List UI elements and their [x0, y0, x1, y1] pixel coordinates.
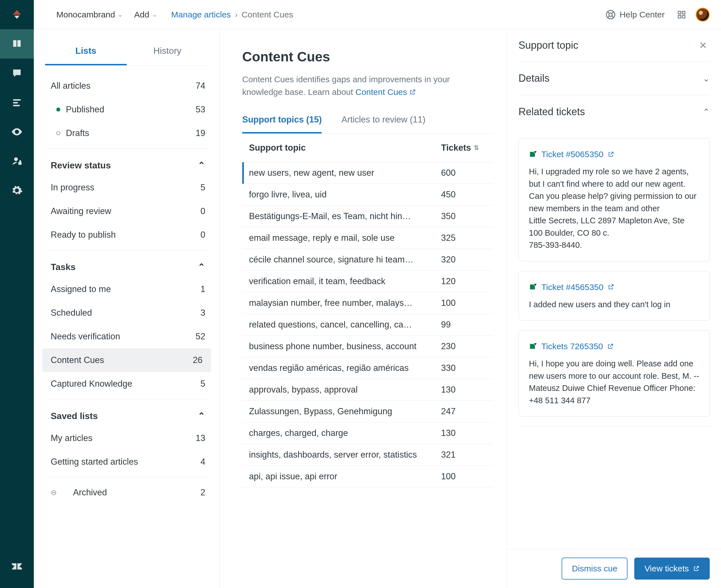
view-tickets-button[interactable]: View tickets — [634, 558, 710, 580]
sidebar-tab-lists[interactable]: Lists — [45, 41, 127, 65]
sidebar-item-count: 1 — [200, 284, 205, 294]
ticket-card: Tickets 7265350 Hi, I hope you are doing… — [518, 330, 710, 417]
archived-icon: ⊖ — [51, 488, 57, 497]
sidebar-awaiting[interactable]: Awaiting review 0 — [34, 200, 219, 223]
ticket-link[interactable]: Ticket #4565350 — [529, 281, 699, 293]
sidebar-item-count: 13 — [196, 433, 205, 443]
rail-user-lock-icon[interactable] — [0, 146, 34, 176]
cell-tickets: 321 — [441, 450, 486, 460]
svg-rect-12 — [682, 15, 685, 18]
cell-topic: Bestätigungs-E-Mail, es Team, nicht hin… — [249, 211, 441, 221]
dismiss-cue-button[interactable]: Dismiss cue — [561, 558, 628, 580]
close-icon[interactable]: ✕ — [699, 40, 707, 51]
table-row[interactable]: business phone number, business, account… — [242, 336, 493, 357]
col-header-tickets[interactable]: Tickets ⇅ — [441, 143, 486, 153]
sidebar-content-cues[interactable]: Content Cues 26 — [42, 348, 211, 372]
cell-tickets: 99 — [441, 320, 486, 330]
table-row[interactable]: charges, charged, charge130 — [242, 422, 493, 444]
table-row[interactable]: Bestätigungs-E-Mail, es Team, nicht hin…… — [242, 206, 493, 227]
sidebar-my-articles[interactable]: My articles 13 — [34, 426, 219, 450]
detail-panel: Support topic ✕ Details ⌄ Related ticket… — [507, 29, 721, 588]
table-row[interactable]: vendas região américas, região américas3… — [242, 357, 493, 379]
sidebar-ready[interactable]: Ready to publish 0 — [34, 223, 219, 247]
svg-point-8 — [609, 13, 612, 16]
rail-settings-icon[interactable] — [0, 176, 34, 205]
rail-arrange-icon[interactable] — [0, 88, 34, 117]
sidebar-scheduled[interactable]: Scheduled 3 — [34, 301, 219, 325]
table-row[interactable]: related questions, cancel, cancelling, c… — [242, 314, 493, 336]
section-label: Review status — [51, 160, 111, 171]
sidebar-getting-started[interactable]: Getting started articles 4 — [34, 450, 219, 474]
help-center-label: Help Center — [620, 10, 665, 19]
sidebar-item-count: 5 — [200, 183, 205, 193]
workspace-dropdown[interactable]: Monocambrand ⌄ — [56, 10, 123, 19]
rail-announce-icon[interactable] — [0, 59, 34, 88]
chevron-up-icon: ⌃ — [703, 107, 710, 117]
ticket-link[interactable]: Ticket #5065350 — [529, 148, 699, 161]
sidebar-item-label: Ready to publish — [51, 230, 116, 240]
main-tabs: Support topics (15) Articles to review (… — [242, 109, 493, 134]
table-row[interactable]: new users, new agent, new user600 — [242, 162, 493, 184]
sidebar-published[interactable]: Published 53 — [34, 98, 219, 121]
sidebar-tab-history[interactable]: History — [127, 41, 208, 65]
table-row[interactable]: verification email, it team, feedback120 — [242, 271, 493, 292]
svg-rect-11 — [678, 15, 681, 18]
main-content: Content Cues Content Cues identifies gap… — [220, 29, 507, 588]
sidebar-section-tasks[interactable]: Tasks ⌃ — [34, 254, 219, 277]
section-label: Tasks — [51, 262, 76, 272]
table-row[interactable]: Zulassungen, Bypass, Genehmigung247 — [242, 401, 493, 422]
sidebar-assigned[interactable]: Assigned to me 1 — [34, 277, 219, 301]
accordion-related[interactable]: Related tickets ⌃ — [518, 95, 710, 128]
brand-logo[interactable] — [0, 0, 34, 29]
cell-tickets: 247 — [441, 406, 486, 417]
help-center-link[interactable]: Help Center — [606, 9, 665, 20]
detail-title: Support topic — [518, 39, 578, 51]
svg-rect-3 — [13, 102, 18, 103]
svg-rect-1 — [16, 74, 17, 75]
ticket-link[interactable]: Tickets 7265350 — [529, 340, 699, 353]
cell-topic: vendas região américas, região américas — [249, 363, 441, 373]
rail-knowledge-icon[interactable] — [0, 29, 34, 59]
add-dropdown[interactable]: Add ⌄ — [134, 10, 157, 19]
user-avatar[interactable] — [696, 7, 710, 22]
ticket-icon — [529, 342, 537, 351]
table-row[interactable]: approvals, bypass, approval130 — [242, 379, 493, 401]
sidebar-item-label: Drafts — [66, 128, 89, 138]
sidebar-section-saved[interactable]: Saved lists ⌃ — [34, 403, 219, 426]
table-row[interactable]: malaysian number, free number, malays…10… — [242, 292, 493, 314]
status-dot-hollow — [56, 131, 60, 135]
ticket-body: Hi, I hope you are doing well. Please ad… — [529, 358, 699, 407]
sidebar-captured[interactable]: Captured Knowledge 5 — [34, 372, 219, 396]
table-row[interactable]: api, api issue, api error100 — [242, 466, 493, 487]
sidebar-archived[interactable]: ⊖ Archived 2 — [34, 481, 219, 504]
accordion-details[interactable]: Details ⌄ — [518, 62, 710, 95]
content-cues-doc-link[interactable]: Content Cues — [356, 86, 416, 98]
sidebar-tabs: Lists History — [45, 41, 208, 66]
tab-support-topics[interactable]: Support topics (15) — [242, 109, 322, 133]
cell-tickets: 130 — [441, 428, 486, 438]
sidebar-all-articles[interactable]: All articles 74 — [34, 74, 219, 98]
sidebar-item-label: Scheduled — [51, 308, 92, 318]
lifesaver-icon — [606, 9, 616, 20]
table-row[interactable]: email message, reply e mail, sole use325 — [242, 227, 493, 249]
sidebar-needs-verification[interactable]: Needs verification 52 — [34, 325, 219, 348]
table-row[interactable]: cécile channel source, signature hi team… — [242, 249, 493, 271]
sidebar-in-progress[interactable]: In progress 5 — [34, 176, 219, 200]
tab-articles-to-review[interactable]: Articles to review (11) — [341, 109, 425, 133]
sidebar-drafts[interactable]: Drafts 19 — [34, 121, 219, 145]
zendesk-logo-icon[interactable] — [0, 552, 34, 581]
breadcrumb-manage-articles[interactable]: Manage articles — [171, 10, 231, 19]
rail-eye-icon[interactable] — [0, 117, 34, 146]
col-header-topic[interactable]: Support topic — [249, 143, 441, 153]
ticket-card: Ticket #5065350 Hi, I upgraded my role s… — [518, 138, 710, 261]
external-link-icon — [608, 151, 614, 158]
cell-topic: cécile channel source, signature hi team… — [249, 255, 441, 265]
divider — [45, 477, 208, 477]
table-row[interactable]: forgo livre, livea, uid450 — [242, 184, 493, 206]
status-dot-green — [56, 108, 60, 111]
cell-topic: new users, new agent, new user — [249, 168, 441, 178]
chevron-up-icon: ⌃ — [198, 261, 205, 272]
table-row[interactable]: insights, dashboards, server error, stat… — [242, 444, 493, 466]
apps-grid-icon[interactable] — [676, 9, 687, 20]
sidebar-section-review[interactable]: Review status ⌃ — [34, 152, 219, 176]
